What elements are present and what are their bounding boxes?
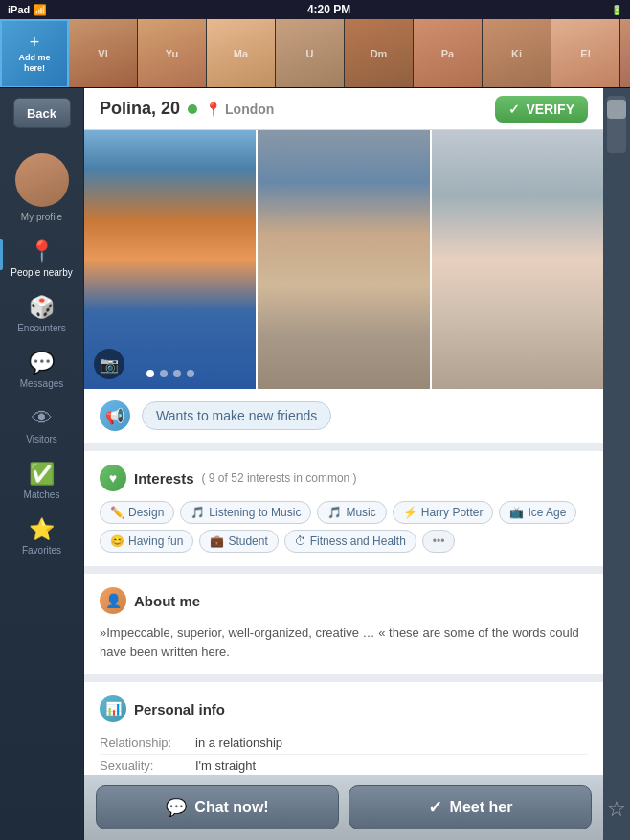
megaphone-icon: 📢 [100, 400, 130, 431]
more-tags-button[interactable]: ••• [422, 530, 456, 553]
sidebar-label-favorites: Favorites [22, 545, 61, 556]
avatar-pavel[interactable]: Pa [414, 19, 483, 88]
wifi-icon: 📶 [34, 4, 47, 16]
intent-banner: 📢 Wants to make new friends [84, 389, 603, 443]
avatar-vladimir[interactable]: Vl [69, 19, 138, 88]
battery-icon: 🔋 [611, 5, 622, 15]
sidebar-label-profile: My profile [21, 212, 62, 222]
photo-dots [146, 370, 194, 377]
main-layout: Back My profile 📍 People nearby 🎲 Encoun… [0, 88, 630, 840]
status-bar: iPad 📶 4:20 PM 🔋 [0, 0, 630, 19]
meet-her-button[interactable]: ✓ Meet her [349, 785, 592, 829]
pin-icon: 📍 [205, 102, 221, 117]
chat-now-button[interactable]: 💬 Chat now! [96, 785, 339, 829]
dot-2[interactable] [160, 370, 168, 377]
about-title: 👤 About me [100, 587, 588, 614]
tag-ia-label: Ice Age [528, 506, 566, 519]
photo-2[interactable] [256, 130, 429, 389]
photo-1[interactable]: 📷 [84, 130, 256, 389]
name-text: Polina, 20 [100, 99, 180, 119]
add-me-button[interactable]: + Add mehere! [0, 19, 69, 88]
verify-check-icon: ✓ [508, 102, 520, 117]
message-icon: 💬 [29, 351, 55, 375]
interests-title: ♥ Interests ( 9 of 52 interests in commo… [100, 465, 588, 491]
sidebar-label-matches: Matches [24, 489, 60, 500]
location-icon: 📍 [29, 239, 55, 264]
meet-label: Meet her [450, 799, 513, 816]
avatar-strip: + Add mehere! Vl Yu Ma U Dm Pa Ki El Dr … [0, 19, 630, 88]
profile-avatar [15, 153, 69, 207]
tag-fun-label: Having fun [128, 534, 183, 548]
sidebar-item-visitors[interactable]: 👁 Visitors [0, 398, 83, 452]
dot-4[interactable] [187, 370, 194, 377]
info-relationship: Relationship: in a relationship [100, 732, 588, 755]
active-indicator [0, 239, 3, 270]
interests-count: ( 9 of 52 interests in common ) [202, 471, 357, 485]
tag-harry-potter[interactable]: ⚡ Harry Potter [393, 501, 494, 524]
avatar-user8[interactable]: El [551, 19, 620, 88]
avatar-dmitry2[interactable]: Dr [620, 19, 630, 88]
sidebar-label-messages: Messages [20, 378, 64, 389]
ia-icon: 📺 [509, 506, 524, 519]
photos-area: 📷 [84, 130, 603, 389]
photo-3[interactable] [430, 130, 603, 389]
sidebar-item-encounters[interactable]: 🎲 Encounters [0, 287, 83, 341]
fitness-icon: ⏱ [295, 534, 306, 548]
avatar-user4[interactable]: U [276, 19, 345, 88]
tag-student[interactable]: 💼 Student [199, 530, 278, 553]
tag-design[interactable]: ✏️ Design [100, 501, 174, 524]
bottom-actions: 💬 Chat now! ✓ Meet her [84, 775, 603, 840]
tag-design-label: Design [128, 506, 164, 519]
tag-music[interactable]: 🎵 Music [317, 501, 386, 524]
sidebar-label-visitors: Visitors [26, 434, 57, 444]
tag-having-fun[interactable]: 😊 Having fun [100, 530, 193, 553]
personal-title: 📊 Personal info [100, 695, 588, 722]
status-right: 🔋 [611, 5, 622, 15]
profile-header: Polina, 20 📍 London ✓ VERIFY [84, 88, 603, 130]
avatar-marina[interactable]: Ma [207, 19, 276, 88]
profile-panel: Polina, 20 📍 London ✓ VERIFY 📷 [84, 88, 603, 840]
verify-button[interactable]: ✓ VERIFY [495, 96, 588, 123]
profile-name-age: Polina, 20 📍 London [100, 99, 274, 119]
location-display: 📍 London [205, 102, 274, 117]
sidebar-item-matches[interactable]: ✅ Matches [0, 454, 83, 508]
avatar-kirill[interactable]: Ki [483, 19, 551, 88]
interests-label: Interests [134, 470, 194, 487]
dot-1[interactable] [146, 370, 154, 377]
fun-icon: 😊 [110, 534, 124, 548]
location-text: London [225, 102, 274, 117]
design-icon: ✏️ [110, 506, 124, 519]
hp-icon: ⚡ [403, 506, 417, 519]
sidebar-item-favorites[interactable]: ⭐ Favorites [0, 510, 83, 563]
music-listen-icon: 🎵 [191, 506, 205, 519]
student-icon: 💼 [210, 534, 224, 548]
sidebar-label-encounters: Encounters [17, 323, 66, 333]
status-time: 4:20 PM [307, 3, 350, 16]
favorite-star-button[interactable]: ☆ [601, 794, 630, 825]
status-left: iPad 📶 [8, 4, 47, 16]
sidebar-item-messages[interactable]: 💬 Messages [0, 343, 83, 397]
scroll-thumb[interactable] [607, 100, 626, 119]
back-button[interactable]: Back [13, 98, 71, 128]
sidebar-item-people-nearby[interactable]: 📍 People nearby [0, 232, 83, 285]
sidebar-item-profile[interactable]: My profile [0, 146, 83, 230]
tag-fitness[interactable]: ⏱ Fitness and Health [284, 530, 416, 553]
eye-icon: 👁 [32, 406, 53, 431]
tag-ice-age[interactable]: 📺 Ice Age [499, 501, 576, 524]
check-meet-icon: ✓ [428, 797, 442, 818]
right-panel: ☆ [603, 88, 630, 840]
camera-icon[interactable]: 📷 [94, 349, 124, 379]
scroll-track [607, 96, 626, 153]
sidebar-label-people: People nearby [11, 267, 73, 278]
sidebar: Back My profile 📍 People nearby 🎲 Encoun… [0, 88, 84, 840]
profile-content: 📢 Wants to make new friends ♥ Interests … [84, 389, 603, 775]
personal-info-section: 📊 Personal info Relationship: in a relat… [84, 682, 603, 775]
tag-music-listening[interactable]: 🎵 Listening to Music [180, 501, 311, 524]
check-icon: ✅ [29, 462, 55, 487]
dot-3[interactable] [173, 370, 181, 377]
about-text: »Impeccable, superior, well-organized, c… [100, 624, 588, 661]
person-icon: 👤 [100, 587, 126, 614]
avatar-dmitry[interactable]: Dm [345, 19, 414, 88]
avatar-yury[interactable]: Yu [138, 19, 207, 88]
tag-fitness-label: Fitness and Health [310, 534, 406, 548]
